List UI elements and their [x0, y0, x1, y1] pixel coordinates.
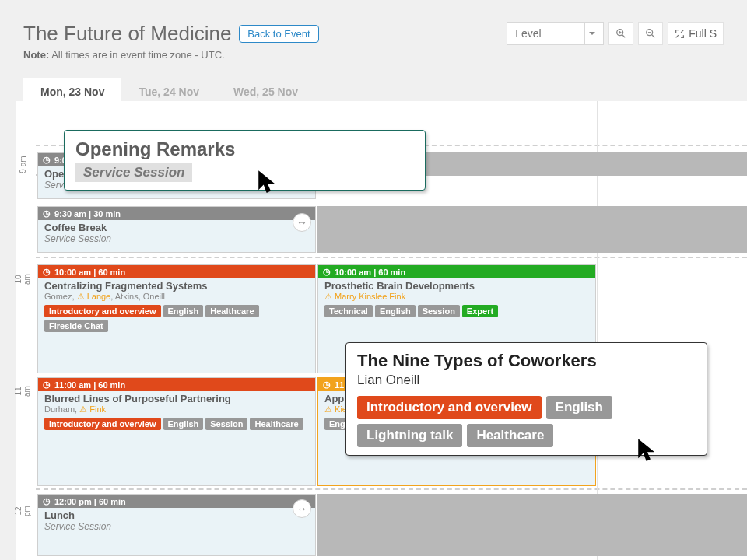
tooltip-title: The Nine Types of Coworkers	[357, 351, 696, 371]
hour-label: 9 am	[19, 155, 27, 175]
clock-icon	[43, 155, 51, 165]
tag: Lightning talk	[357, 424, 462, 447]
svg-line-5	[652, 35, 655, 38]
session-lunch[interactable]: 12:00 pm | 60 min Lunch Service Session	[37, 494, 316, 556]
session-tooltip: Opening Remarks Service Session	[64, 130, 426, 191]
expand-icon	[675, 29, 685, 39]
session-blocked	[317, 206, 747, 253]
drag-handle-icon[interactable]: ↔	[293, 499, 311, 518]
hour-label: 11 am	[14, 381, 31, 401]
fullscreen-button[interactable]: Full S	[668, 22, 724, 45]
session-blurred[interactable]: 11:00 am | 60 min Blurred Lines of Purpo…	[37, 377, 316, 486]
tag: Introductory and overview	[44, 418, 161, 430]
tag: Healthcare	[250, 418, 303, 430]
page-title: The Future of Medicine	[23, 22, 231, 46]
tag: Introductory and overview	[44, 305, 161, 317]
tag: English	[163, 418, 204, 430]
timezone-note: Note: All times are in event time zone -…	[23, 49, 319, 61]
svg-line-1	[622, 35, 626, 38]
zoom-in-icon	[615, 28, 626, 39]
drag-handle-icon[interactable]: ↔	[293, 213, 311, 232]
zoom-out-icon	[645, 28, 656, 39]
caret-down-icon	[584, 23, 598, 44]
clock-icon	[323, 380, 331, 390]
tag: Session	[418, 305, 460, 317]
tag: Expert	[462, 305, 498, 317]
hour-label: 12 pm	[14, 501, 31, 521]
tag: English	[163, 305, 204, 317]
tag: Session	[205, 418, 247, 430]
tag: Healthcare	[205, 305, 258, 317]
session-tooltip: The Nine Types of Coworkers Lian Oneill …	[345, 342, 707, 456]
clock-icon	[43, 208, 51, 219]
session-centralizing[interactable]: 10:00 am | 60 min Centralizing Fragmente…	[37, 264, 316, 373]
zoom-out-button[interactable]	[638, 22, 663, 45]
tag: English	[546, 396, 612, 419]
tag: Fireside Chat	[44, 320, 108, 332]
tag: Introductory and overview	[357, 396, 542, 419]
zoom-in-button[interactable]	[608, 22, 633, 45]
tooltip-title: Opening Remarks	[75, 138, 414, 160]
clock-icon	[43, 380, 51, 390]
tooltip-presenter: Lian Oneill	[357, 373, 696, 388]
session-coffee[interactable]: 9:30 am | 30 min Coffee Break Service Se…	[37, 206, 316, 253]
level-select-label: Level	[515, 27, 541, 40]
hour-label: 10 am	[14, 269, 31, 289]
clock-icon	[43, 496, 51, 506]
tag: English	[375, 305, 416, 317]
tag: Healthcare	[467, 424, 553, 447]
clock-icon	[43, 267, 51, 277]
level-select[interactable]: Level	[507, 22, 604, 45]
tooltip-subtitle: Service Session	[75, 163, 192, 182]
tag: Technical	[324, 305, 373, 317]
back-to-event-button[interactable]: Back to Event	[239, 25, 318, 43]
session-blocked	[317, 494, 747, 556]
clock-icon	[323, 267, 331, 277]
